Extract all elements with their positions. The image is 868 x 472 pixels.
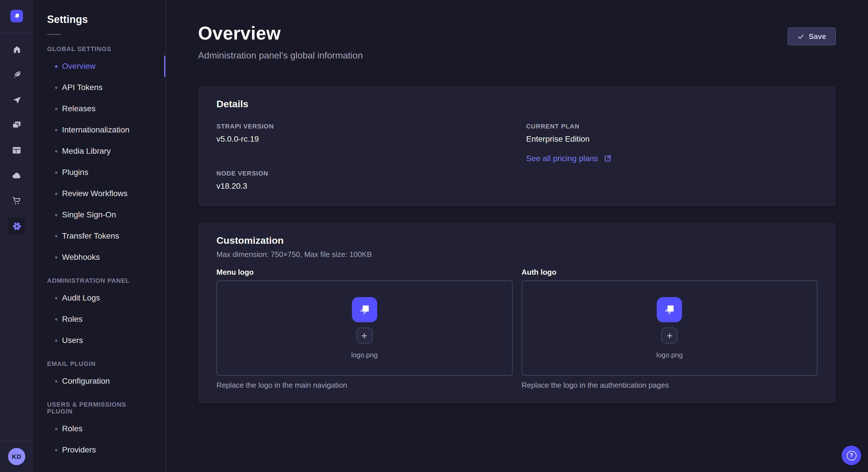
layout-icon[interactable] [8,142,25,159]
sidebar-item-overview[interactable]: Overview [33,56,165,77]
rail-user-section: KD [0,440,33,472]
bullet-dot [55,297,57,299]
auth-logo-upload: Auth logo [522,268,817,390]
details-card: Details STRAPI VERSION v5.0.0-rc.19 NODE… [198,86,836,206]
customization-card-subtitle: Max dimension: 750×750, Max file size: 1… [216,250,817,259]
node-version-field: NODE VERSION v18.20.3 [216,170,508,191]
bullet-dot [55,150,57,152]
details-right-column: CURRENT PLAN Enterprise Edition See all … [526,123,817,191]
auth-logo-hint: Replace the logo in the authentication p… [522,381,817,390]
current-plan-field: CURRENT PLAN Enterprise Edition [526,123,817,143]
sidebar-item-admin-users[interactable]: Users [33,330,165,351]
sidebar-item-label: Plugins [62,167,88,178]
field-value: Enterprise Edition [526,134,817,143]
pricing-plans-link-label: See all pricing plans [526,154,598,163]
page-header-text: Overview Administration panel’s global i… [198,23,363,61]
details-card-title: Details [216,99,817,110]
field-value: v18.20.3 [216,181,508,191]
customization-card: Customization Max dimension: 750×750, Ma… [198,223,836,403]
customization-card-title: Customization [216,235,817,247]
app-window: KD Settings GLOBAL SETTINGS Overview API… [0,0,868,472]
field-label: NODE VERSION [216,170,508,177]
field-value: v5.0.0-rc.19 [216,134,508,143]
details-left-column: STRAPI VERSION v5.0.0-rc.19 NODE VERSION… [216,123,508,191]
save-button[interactable]: Save [787,28,836,45]
page-header: Overview Administration panel’s global i… [198,23,836,61]
sidebar-item-label: Media Library [62,146,111,157]
strapi-logo[interactable] [10,10,23,22]
help-button[interactable]: ? [842,446,861,465]
feather-icon[interactable] [8,66,25,83]
auth-logo-dropzone[interactable]: logo.png [522,280,817,376]
bullet-dot [55,256,57,258]
active-indicator [164,56,165,77]
strapi-logo-glyph [662,302,677,317]
sidebar-item-label: Releases [62,103,96,114]
main-nav-rail: KD [0,0,33,472]
auth-logo-label: Auth logo [522,268,817,276]
sidebar-item-label: Users [62,335,83,346]
cart-icon[interactable] [8,192,25,209]
sidebar-item-label: Webhooks [62,252,100,263]
menu-logo-preview [352,297,377,322]
details-fields: STRAPI VERSION v5.0.0-rc.19 NODE VERSION… [216,123,817,191]
sidebar-item-plugins[interactable]: Plugins [33,162,165,183]
sidebar-item-label: Configuration [62,376,110,386]
bullet-dot [55,65,57,67]
sidebar-item-review-workflows[interactable]: Review Workflows [33,183,165,204]
nav-section-label: ADMINISTRATION PANEL [33,268,165,287]
avatar[interactable]: KD [8,448,25,465]
subnav-title: Settings [47,14,152,26]
bullet-dot [55,214,57,216]
auth-logo-filename: logo.png [656,351,683,359]
cloud-icon[interactable] [8,167,25,184]
bullet-dot [55,318,57,320]
bullet-dot [55,380,57,382]
nav-section-label: USERS & PERMISSIONS PLUGIN [33,392,165,418]
sidebar-item-audit-logs[interactable]: Audit Logs [33,287,165,308]
sidebar-item-up-roles[interactable]: Roles [33,418,165,439]
plus-icon [361,332,368,339]
rail-logo-section [0,0,33,33]
sidebar-item-single-sign-on[interactable]: Single Sign-On [33,204,165,225]
field-label: CURRENT PLAN [526,123,817,130]
sidebar-item-api-tokens[interactable]: API Tokens [33,77,165,98]
nav-section-list: Roles Providers [33,418,165,461]
home-icon[interactable] [8,41,25,58]
sidebar-item-label: Review Workflows [62,188,127,199]
menu-logo-dropzone[interactable]: logo.png [216,280,513,376]
add-logo-button[interactable] [356,328,373,343]
auth-logo-preview [657,297,682,322]
sidebar-item-email-configuration[interactable]: Configuration [33,370,165,392]
add-logo-button[interactable] [662,328,678,343]
menu-logo-filename: logo.png [351,351,377,359]
external-link-icon [603,154,612,163]
gear-icon[interactable] [8,217,25,235]
bullet-dot [55,235,57,237]
media-library-icon[interactable] [8,116,25,134]
sidebar-item-internationalization[interactable]: Internationalization [33,119,165,140]
check-icon [797,33,804,40]
menu-logo-label: Menu logo [216,268,513,276]
sidebar-item-label: Roles [62,314,83,325]
pricing-plans-link[interactable]: See all pricing plans [526,154,612,163]
sidebar-item-transfer-tokens[interactable]: Transfer Tokens [33,225,165,247]
strapi-version-field: STRAPI VERSION v5.0.0-rc.19 [216,123,508,143]
bullet-dot [55,86,57,89]
sidebar-item-webhooks[interactable]: Webhooks [33,247,165,268]
menu-logo-hint: Replace the logo in the main navigation [216,381,513,390]
bullet-dot [55,339,57,341]
sidebar-item-admin-roles[interactable]: Roles [33,308,165,330]
sidebar-item-media-library[interactable]: Media Library [33,140,165,162]
sidebar-item-releases[interactable]: Releases [33,98,165,119]
bullet-dot [55,129,57,131]
menu-logo-upload: Menu logo [216,268,513,390]
bullet-dot [55,171,57,173]
paper-plane-icon[interactable] [8,91,25,108]
sidebar-item-label: Providers [62,444,96,456]
nav-section-label: EMAIL PLUGIN [33,351,165,370]
sidebar-item-up-providers[interactable]: Providers [33,439,165,461]
page-title: Overview [198,23,363,44]
field-label: STRAPI VERSION [216,123,508,130]
sidebar-item-label: API Tokens [62,82,102,93]
